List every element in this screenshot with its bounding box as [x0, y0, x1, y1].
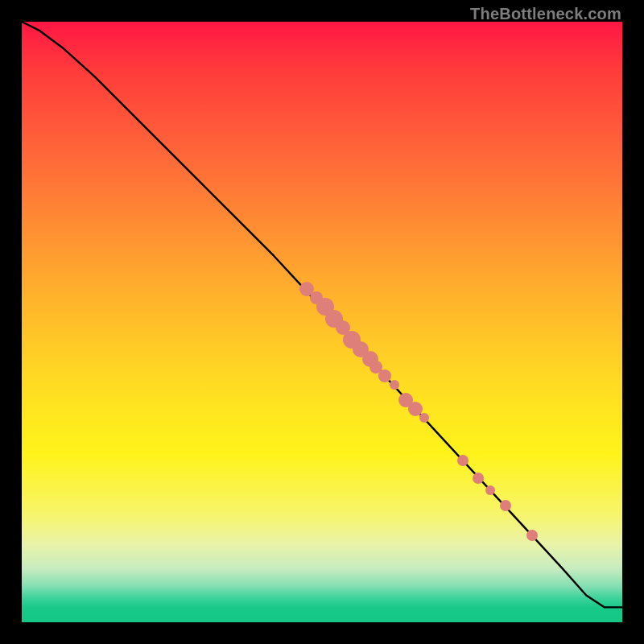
highlight-dot — [457, 455, 469, 466]
highlight-dot — [419, 413, 429, 423]
highlight-dot — [526, 530, 538, 541]
watermark-text: TheBottleneck.com — [470, 5, 621, 23]
highlight-dot — [378, 369, 391, 382]
highlight-dot — [473, 473, 484, 484]
highlight-dot — [390, 380, 399, 390]
highlight-dot — [485, 485, 495, 495]
highlight-dot — [500, 500, 511, 511]
plot-area — [22, 22, 622, 622]
chart-stage: TheBottleneck.com — [0, 0, 644, 644]
